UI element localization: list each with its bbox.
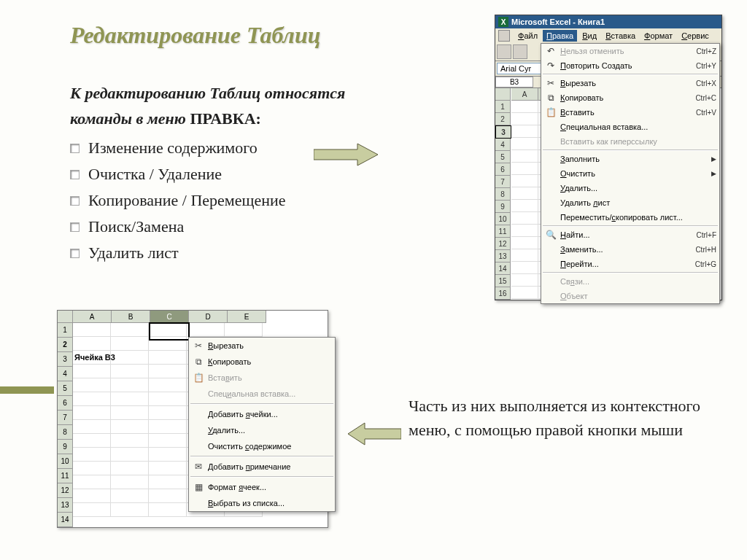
menu-item[interactable]: ✂ВырезатьCtrl+X [541,76,719,90]
cell[interactable] [511,212,538,225]
cell[interactable] [73,420,111,434]
col-header[interactable]: E [228,311,266,323]
cell[interactable] [511,113,538,125]
cell[interactable] [73,489,111,503]
col-header[interactable]: A [511,88,538,101]
cell[interactable] [73,475,111,489]
col-header[interactable]: A [73,311,112,323]
cell[interactable] [511,274,538,287]
menu-item[interactable]: Переместить/скопировать лист... [541,210,719,225]
cell[interactable] [73,323,111,337]
menu-item[interactable]: 📋ВставитьCtrl+V [541,105,719,120]
row-header[interactable]: 12 [58,483,73,498]
cell[interactable] [511,175,538,187]
cell[interactable] [511,237,538,249]
cell[interactable] [111,503,149,517]
menu-item[interactable]: Специальная вставка... [541,120,719,134]
cell[interactable] [73,337,111,351]
context-item[interactable]: ✉Добавить примечание [189,459,335,475]
row-header[interactable]: 11 [495,225,511,238]
context-item[interactable]: Удалить... [189,422,335,438]
menu-item[interactable]: Правка [543,30,577,42]
cell[interactable] [73,448,111,462]
menu-item[interactable]: Перейти...Ctrl+G [541,257,719,271]
cell[interactable] [149,323,187,337]
menu-item[interactable]: Удалить... [541,181,719,195]
row-header[interactable]: 7 [58,411,73,425]
row-header[interactable]: 9 [58,440,73,454]
cell[interactable] [149,489,187,503]
row-header[interactable]: 9 [495,201,511,213]
row-header[interactable]: 6 [58,396,73,411]
row-header[interactable]: 11 [58,469,73,483]
context-item[interactable]: ⧉Копировать [189,354,335,370]
row-header[interactable]: 14 [495,262,511,275]
cell[interactable] [149,337,187,351]
context-item[interactable]: ▦Формат ячеек... [189,479,335,495]
row-header[interactable]: 8 [58,425,73,440]
select-all[interactable] [58,311,73,323]
font-selector[interactable]: Arial Cyr [497,63,546,74]
row-header[interactable]: 8 [495,188,511,201]
cell[interactable] [111,351,149,365]
context-item[interactable]: ✂Вырезать [189,338,335,354]
row-header[interactable]: 15 [495,275,511,287]
cell[interactable] [511,150,538,163]
name-box[interactable]: B3 [495,77,533,88]
context-menu[interactable]: ✂Вырезать⧉Копировать📋ВставитьСпециальная… [188,337,336,512]
cell[interactable] [73,434,111,448]
row-header[interactable]: 2 [495,113,511,125]
cell[interactable] [111,462,149,475]
menubar[interactable]: ФайлПравкаВидВставкаФорматСервис [495,28,721,43]
menu-item[interactable]: Вставка [602,30,639,42]
cell[interactable] [225,323,263,337]
row-header[interactable]: 1 [58,323,73,338]
cell[interactable] [511,138,538,150]
menu-item[interactable]: Удалить лист [541,195,719,210]
edit-menu-dropdown[interactable]: ↶Нельзя отменитьCtrl+Z↷Повторить Создать… [541,43,720,304]
cell[interactable] [149,406,187,420]
cell[interactable] [511,200,538,212]
cell[interactable] [149,378,187,392]
select-all[interactable] [495,88,511,101]
row-header[interactable]: 13 [58,498,73,513]
cell[interactable] [73,378,111,392]
row-header[interactable]: 7 [495,176,511,188]
menu-item[interactable]: 🔍Найти...Ctrl+F [541,228,719,242]
row-header[interactable]: 12 [495,238,511,250]
cell[interactable] [511,262,538,274]
cell[interactable] [511,287,538,299]
row-header[interactable]: 3 [495,125,511,139]
row-header[interactable]: 13 [495,250,511,262]
row-header[interactable]: 4 [58,367,73,381]
cell[interactable] [111,434,149,448]
cell[interactable] [149,503,187,517]
context-item[interactable]: Очистить содержимое [189,438,335,454]
cell[interactable] [111,378,149,392]
menu-item[interactable]: Файл [514,30,541,42]
cell[interactable] [111,448,149,462]
cell[interactable] [149,392,187,406]
cell[interactable] [149,448,187,462]
cell[interactable] [149,434,187,448]
row-header[interactable]: 10 [495,213,511,225]
cell[interactable] [149,475,187,489]
cell[interactable] [149,351,187,365]
context-item[interactable]: Добавить ячейки... [189,406,335,422]
cell[interactable] [73,503,111,517]
cell[interactable] [73,462,111,475]
menu-item[interactable]: Очистить▶ [541,166,719,181]
menu-item[interactable]: ↷Повторить СоздатьCtrl+Y [541,58,719,73]
menu-item[interactable]: Вид [578,30,600,42]
row-header[interactable]: 2 [58,338,73,352]
row-header[interactable]: 1 [495,101,511,113]
cell[interactable] [111,337,149,351]
cell[interactable] [187,323,225,337]
cell[interactable] [111,365,149,378]
row-header[interactable]: 4 [495,139,511,151]
cell[interactable] [511,187,538,200]
col-header[interactable]: B [112,311,150,323]
cell[interactable] [149,365,187,378]
menu-item[interactable]: Формат [640,30,676,42]
cell[interactable] [73,406,111,420]
